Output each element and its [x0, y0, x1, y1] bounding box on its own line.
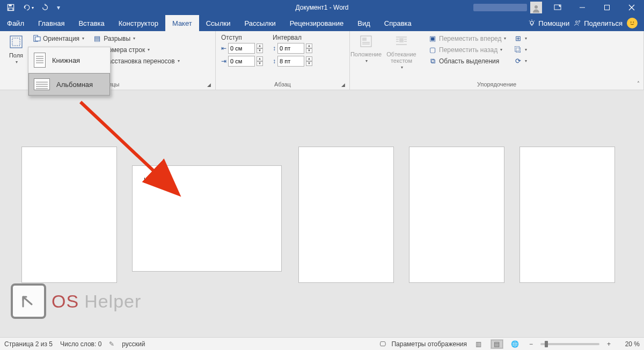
spacing-before-field[interactable]: ↕ ▲▼	[273, 43, 312, 54]
statusbar: Страница 2 из 5 Число слов: 0 ✎ русский …	[0, 337, 644, 350]
indent-left-up[interactable]: ▲	[257, 43, 263, 48]
qat-customize[interactable]: ▾	[55, 1, 62, 14]
landscape-icon	[34, 78, 50, 90]
spacing-title: Интервал	[273, 34, 312, 41]
redo-button[interactable]	[38, 1, 53, 14]
wrap-text-button[interactable]: Обтекание текстом▾	[382, 33, 421, 70]
rotate-button[interactable]: ⟳▾	[513, 56, 528, 65]
indent-left-input[interactable]	[228, 43, 255, 54]
status-proofing-icon[interactable]: ✎	[109, 340, 114, 348]
selection-pane-icon: ⧉	[428, 57, 437, 65]
paragraph-launcher[interactable]: ◢	[341, 82, 345, 88]
page-3[interactable]	[298, 147, 394, 283]
align-button[interactable]: ⊞▾	[513, 34, 528, 43]
indent-right-down[interactable]: ▼	[257, 61, 263, 66]
rotate-icon: ⟳	[514, 57, 522, 65]
position-icon	[360, 35, 372, 50]
status-language[interactable]: русский	[122, 340, 145, 348]
group-paragraph: Отступ ⇤ ▲▼ ⇥ ▲▼ Интервал ↕ ▲▼	[216, 31, 350, 90]
quick-access-toolbar: ▾ ▾	[0, 1, 62, 14]
undo-button[interactable]: ▾	[20, 1, 35, 14]
display-settings[interactable]: Параметры отображения	[391, 340, 467, 348]
tab-design[interactable]: Конструктор	[112, 15, 165, 31]
page-2[interactable]	[132, 165, 282, 272]
svg-point-9	[530, 21, 533, 25]
maximize-button[interactable]	[595, 0, 619, 15]
spacing-before-up[interactable]: ▲	[306, 43, 312, 48]
tab-insert[interactable]: Вставка	[71, 15, 111, 31]
ribbon-tabs: Файл Главная Вставка Конструктор Макет С…	[0, 15, 644, 31]
group-button[interactable]: ⿻▾	[513, 45, 528, 54]
status-words[interactable]: Число слов: 0	[60, 340, 101, 348]
spacing-after-down[interactable]: ▼	[306, 61, 312, 66]
orientation-portrait[interactable]: Книжная	[28, 47, 110, 73]
orientation-icon	[32, 34, 41, 42]
tab-view[interactable]: Вид	[350, 15, 377, 31]
collapse-ribbon[interactable]: ˄	[637, 81, 640, 86]
user-avatar[interactable]	[530, 2, 542, 13]
indent-right-icon: ⇥	[221, 57, 226, 65]
share-button[interactable]: Поделиться	[574, 19, 623, 27]
breaks-icon: ▤	[93, 34, 101, 42]
zoom-in[interactable]: +	[605, 340, 613, 348]
indent-right-up[interactable]: ▲	[257, 56, 263, 61]
ribbon-display-options[interactable]	[545, 0, 570, 15]
wrap-icon	[395, 35, 408, 50]
orientation-landscape[interactable]: Альбомная	[28, 73, 110, 96]
svg-rect-6	[605, 5, 610, 10]
send-backward-icon: ▢	[428, 46, 437, 54]
bring-forward-button[interactable]: ▣ Переместить вперед▾	[427, 34, 507, 43]
selection-pane-button[interactable]: ⧉ Область выделения	[427, 56, 507, 66]
tab-layout[interactable]: Макет	[165, 15, 199, 31]
svg-line-12	[529, 21, 530, 21]
minimize-button[interactable]	[570, 0, 595, 15]
view-print-layout[interactable]: ▤	[491, 339, 503, 349]
spacing-after-up[interactable]: ▲	[306, 56, 312, 61]
spacing-after-icon: ↕	[273, 57, 276, 65]
svg-point-15	[631, 21, 632, 23]
send-backward-button[interactable]: ▢ Переместить назад▾	[427, 45, 507, 54]
close-button[interactable]	[619, 0, 644, 15]
feedback-icon[interactable]	[627, 18, 638, 28]
page-1[interactable]	[21, 147, 117, 283]
orientation-button[interactable]: Ориентация▾	[31, 34, 85, 43]
spacing-before-down[interactable]: ▼	[306, 48, 312, 53]
indent-left-icon: ⇤	[221, 45, 226, 52]
margins-button[interactable]: Поля ▾	[3, 33, 29, 65]
display-settings-icon[interactable]: 🖵	[379, 340, 386, 348]
tab-help[interactable]: Справка	[377, 15, 419, 31]
view-read-mode[interactable]: ▥	[472, 339, 485, 349]
tab-mailings[interactable]: Рассылки	[237, 15, 282, 31]
breaks-button[interactable]: ▤ Разрывы▾	[92, 34, 181, 43]
view-web-layout[interactable]: 🌐	[509, 339, 522, 349]
tell-me[interactable]: Помощни	[528, 19, 569, 27]
page-4[interactable]	[409, 147, 504, 283]
save-button[interactable]	[3, 1, 18, 14]
group-icon: ⿻	[514, 46, 522, 54]
watermark-icon	[11, 283, 46, 319]
status-page[interactable]: Страница 2 из 5	[4, 340, 53, 348]
zoom-level[interactable]: 20 %	[618, 340, 640, 348]
portrait-icon	[34, 53, 46, 68]
spacing-after-field[interactable]: ↕ ▲▼	[273, 56, 312, 67]
indent-left-field[interactable]: ⇤ ▲▼	[221, 43, 263, 54]
spacing-before-input[interactable]	[277, 43, 304, 54]
tab-references[interactable]: Ссылки	[199, 15, 238, 31]
indent-left-down[interactable]: ▼	[257, 48, 263, 53]
document-area[interactable]: OS Helper	[0, 90, 644, 337]
page-setup-launcher[interactable]: ◢	[207, 82, 211, 88]
user-name-placeholder	[473, 4, 527, 11]
svg-point-16	[633, 21, 634, 23]
indent-right-field[interactable]: ⇥ ▲▼	[221, 56, 263, 67]
zoom-slider[interactable]	[540, 343, 599, 345]
zoom-out[interactable]: −	[527, 340, 535, 348]
svg-point-14	[579, 20, 580, 21]
indent-right-input[interactable]	[228, 56, 255, 67]
spacing-after-input[interactable]	[277, 56, 304, 67]
position-button[interactable]: Положение▾	[353, 33, 379, 70]
tab-review[interactable]: Рецензирование	[283, 15, 350, 31]
tab-home[interactable]: Главная	[31, 15, 71, 31]
page-5[interactable]	[519, 147, 615, 283]
svg-rect-22	[362, 38, 367, 41]
tab-file[interactable]: Файл	[0, 15, 31, 31]
